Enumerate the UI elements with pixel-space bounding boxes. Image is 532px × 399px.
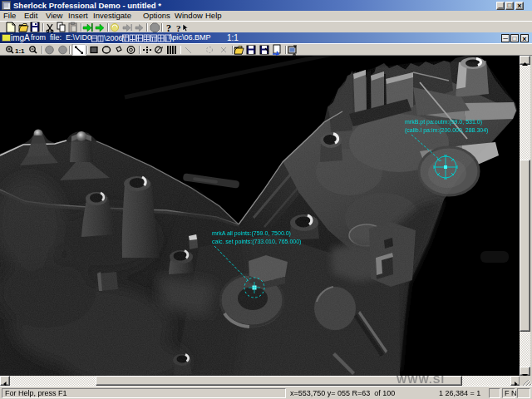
svg-text:?: ?	[176, 23, 181, 33]
svg-text:calc. set points:(733.010, 765: calc. set points:(733.010, 765.000)	[212, 239, 301, 245]
svg-text:mrkB.pt pa:outm:(99.0, 531.0): mrkB.pt pa:outm:(99.0, 531.0)	[405, 119, 482, 126]
svg-text:mrkA all points:(759.0, 7500.0: mrkA all points:(759.0, 7500.0)	[212, 230, 291, 237]
svg-text:\2006\: \2006\	[104, 34, 126, 42]
svg-text:?: ?	[166, 22, 171, 34]
svg-text:(calib.l pa:im:(200.000, 288.3: (calib.l pa:im:(200.000, 288.304)	[405, 127, 488, 134]
svg-text:1:1: 1:1	[15, 47, 25, 55]
